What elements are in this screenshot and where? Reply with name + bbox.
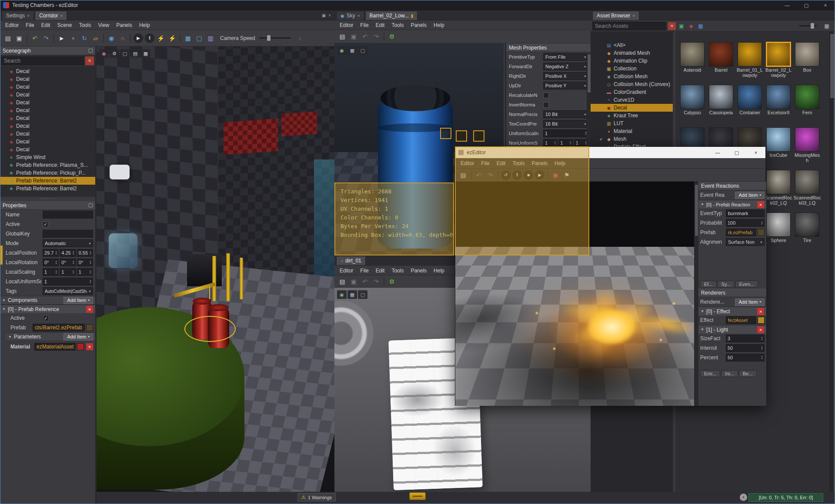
menu-item[interactable]: Panels <box>113 20 136 30</box>
warnings-button[interactable]: ⚠1 Warnings <box>297 493 336 501</box>
asset-item[interactable]: IceCube <box>764 127 793 170</box>
translate-gizmo-icon[interactable]: + <box>67 33 79 44</box>
import-asset-icon[interactable]: ◈ <box>687 22 695 30</box>
dock-tab[interactable]: Even... <box>735 281 758 288</box>
asset-type-item[interactable]: ✓ ◆ Animation Clip <box>591 57 673 65</box>
asset-item[interactable]: Fern <box>793 85 822 127</box>
duplicate-icon[interactable]: ▣ <box>13 33 25 44</box>
tab-settings[interactable]: Settings× <box>2 11 34 20</box>
sizefactor-spinbox[interactable]: 3▲▼ <box>726 335 765 342</box>
menu-item[interactable]: Editor <box>457 159 478 168</box>
mesh-property-dropdown[interactable]: 10 Bit▼ <box>543 110 588 118</box>
camera-speed-slider[interactable] <box>259 37 291 39</box>
asset-type-item[interactable]: ✓ ♣ Kraut Tree <box>591 112 673 119</box>
sep[interactable] <box>27 34 27 43</box>
rotation-spinbox[interactable]: 0°▲▼ <box>43 259 59 266</box>
effect-asset-field[interactable]: fectAsset <box>726 316 756 324</box>
scaling-spinbox[interactable]: 1▲▼ <box>43 268 59 276</box>
menu-item[interactable]: Scene <box>53 20 75 30</box>
probability-spinbox[interactable]: 100▲▼ <box>726 219 765 227</box>
bolt2-icon[interactable]: ⚡ <box>167 33 178 44</box>
asset-item[interactable]: ScannedRock02_LQ <box>764 170 793 212</box>
asset-grid-scrollbar[interactable] <box>829 32 833 492</box>
position-spinbox[interactable]: 0.55▲▼ <box>77 249 93 257</box>
asset-type-item[interactable]: ✓ ~ Curve1D <box>591 96 673 104</box>
menu-item[interactable]: Help <box>430 20 448 30</box>
thumbnail-size-slider[interactable] <box>799 25 817 27</box>
close-icon[interactable]: × <box>632 13 635 18</box>
globalkey-input[interactable] <box>43 230 93 238</box>
asset-type-item[interactable]: ✓ ▤ <All> <box>591 41 673 49</box>
scenegraph-item[interactable]: ❖ Prefab Reference: Pickup_P... <box>0 169 95 177</box>
view-mode-icon[interactable]: ▦ <box>823 22 831 30</box>
add-renderer-button[interactable]: Add Item▾ <box>735 298 765 306</box>
collapse-icon[interactable]: ▼ <box>2 307 6 311</box>
scenegraph-item[interactable]: ❖ Prefab Reference: Barrel2 <box>0 185 95 192</box>
gear-icon[interactable]: ⚙ <box>386 31 397 42</box>
selection-gizmo-ring[interactable] <box>184 316 236 342</box>
asset-item[interactable]: Barrel <box>707 42 735 85</box>
asset-type-item[interactable]: ✓ ● Material <box>591 127 673 135</box>
expand-icon[interactable]: ▢ <box>358 290 367 299</box>
close-button[interactable]: × <box>746 147 765 158</box>
dock-tab[interactable]: Be... <box>739 370 757 377</box>
flag-icon[interactable]: ⚑ <box>561 169 572 181</box>
rotation-spinbox[interactable]: 0°▲▼ <box>60 259 76 266</box>
save-icon[interactable]: ▤ <box>337 31 348 42</box>
scale-gizmo-icon[interactable]: ▱ <box>90 33 101 44</box>
menu-item[interactable]: Tools <box>75 20 94 30</box>
scenegraph-item[interactable]: ◈ Decal <box>0 91 95 99</box>
delete-renderer-button[interactable]: × <box>757 326 764 333</box>
eventtype-input[interactable] <box>726 209 765 217</box>
float-panel-icon[interactable] <box>89 203 93 207</box>
scenegraph-item[interactable]: ◈ Decal <box>0 99 95 106</box>
redo-icon[interactable]: ↷ <box>40 33 52 44</box>
menu-item[interactable]: Edit <box>38 20 54 30</box>
mesh-property-dropdown[interactable]: Negative Z▼ <box>543 63 588 70</box>
layers-icon[interactable]: ▥ <box>205 33 216 44</box>
yellow-pole[interactable] <box>212 256 216 301</box>
asset-search-input[interactable] <box>592 22 666 30</box>
expand-icon[interactable]: ▢ <box>120 49 130 58</box>
asset-item[interactable]: MissingMesh <box>793 127 822 170</box>
menu-item[interactable]: Edit <box>372 266 388 275</box>
dock-tab[interactable]: Sy... <box>718 281 735 288</box>
add-component-button[interactable]: Add Item▾ <box>63 297 93 304</box>
uniform-scaling-spinbox[interactable]: 1▲▼ <box>43 278 93 285</box>
asset-browse-button[interactable] <box>86 324 93 331</box>
tab-corridor[interactable]: Corridor× <box>35 11 67 20</box>
scaling-spinbox[interactable]: 1▲▼ <box>60 268 76 276</box>
rotation-spinbox[interactable]: 0°▲▼ <box>77 259 93 266</box>
yellow-pole[interactable] <box>240 258 243 299</box>
rotate-gizmo-icon[interactable]: ↻ <box>79 33 90 44</box>
close-panel-icon[interactable]: × <box>328 13 331 18</box>
asset-type-item[interactable]: ✓ ▥ LUT <box>591 119 673 127</box>
asset-item[interactable]: Cassiopeia <box>707 85 735 127</box>
crate-object[interactable] <box>187 254 222 286</box>
snapshot-icon[interactable]: ▤ <box>130 49 140 58</box>
material-asset-field[interactable]: ezMaterialAsset <box>34 343 76 351</box>
menu-item[interactable]: Help <box>551 159 569 168</box>
save-icon[interactable]: ▤ <box>2 33 13 44</box>
screen-icon[interactable]: ▢ <box>194 33 205 44</box>
prefab-asset-field[interactable]: rk.ezPrefab <box>726 229 756 236</box>
scenegraph-item[interactable]: ◈ Decal <box>0 75 95 83</box>
menu-item[interactable]: Panels <box>407 20 430 30</box>
menu-item[interactable]: Tools <box>388 20 407 30</box>
dock-tab[interactable]: Emi... <box>700 370 720 377</box>
undo-icon[interactable]: ↶ <box>29 33 40 44</box>
select-icon[interactable]: ► <box>56 33 67 44</box>
name-input[interactable] <box>43 211 93 219</box>
splitter-grip[interactable] <box>409 492 426 500</box>
stop-icon[interactable]: ■ <box>524 170 533 180</box>
asset-item[interactable]: Barrel_01_Lowpoly <box>735 42 764 85</box>
asset-type-item[interactable]: ✓ ▦ Collection <box>591 65 673 73</box>
snap-icon[interactable]: ∩ <box>117 33 128 44</box>
delete-renderer-button[interactable]: × <box>757 308 764 315</box>
sep[interactable] <box>180 34 180 43</box>
save-icon[interactable]: ▤ <box>458 169 469 181</box>
float-panel-icon[interactable] <box>89 49 93 53</box>
redo-icon[interactable]: ↷ <box>371 276 382 287</box>
redo-icon[interactable]: ↷ <box>484 169 496 181</box>
redo-icon[interactable]: ↷ <box>371 31 382 42</box>
